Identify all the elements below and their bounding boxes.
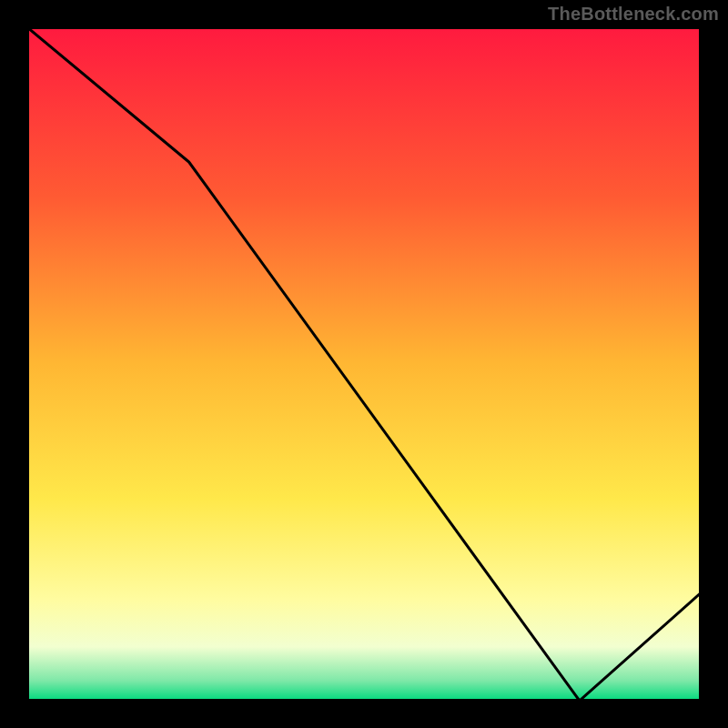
chart-container: TheBottleneck.com bbox=[0, 0, 728, 728]
watermark-text: TheBottleneck.com bbox=[548, 4, 719, 25]
plot-area bbox=[27, 27, 701, 701]
bottleneck-curve bbox=[27, 27, 701, 701]
